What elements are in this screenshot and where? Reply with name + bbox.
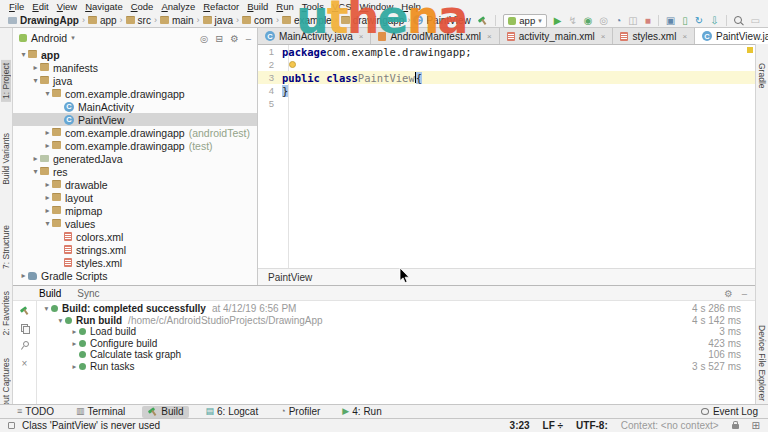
inspection-status-icon[interactable]: [8, 422, 15, 429]
tree-open-arrow-icon[interactable]: ▾: [31, 76, 40, 85]
tree-item-com-example-drawingapp-test[interactable]: ▸com.example.drawingapp(test): [13, 139, 257, 152]
tree-closed-arrow-icon[interactable]: ▸: [31, 63, 40, 72]
tree-item-values[interactable]: ▾values: [13, 217, 257, 230]
build-hide-icon[interactable]: –: [742, 288, 747, 299]
tool-stripe-gradle[interactable]: Gradle: [757, 60, 767, 92]
code-line-3[interactable]: 3public class PaintView {: [258, 71, 755, 84]
gradle-sync-icon[interactable]: ↻: [695, 16, 703, 26]
tab-activity-main-xml[interactable]: activity_main.xml×: [500, 28, 614, 44]
pin-icon[interactable]: [20, 341, 29, 350]
tool-stripe-device-file-explorer[interactable]: Device File Explorer: [757, 322, 767, 404]
menu-refactor[interactable]: Refactor: [199, 1, 243, 12]
close-icon[interactable]: ×: [359, 32, 364, 41]
breadcrumb-item-paintview[interactable]: PaintView: [413, 15, 470, 26]
lock-icon[interactable]: [732, 424, 739, 429]
menu-build[interactable]: Build: [243, 1, 272, 12]
tree-open-arrow-icon[interactable]: ▾: [42, 304, 51, 313]
tab-androidmanifest-xml[interactable]: AndroidManifest.xml×: [371, 28, 499, 44]
tree-item-manifests[interactable]: ▸manifests: [13, 61, 257, 74]
tool-button-6-logcat[interactable]: ▤6: Logcat: [201, 406, 264, 418]
line-separator-widget[interactable]: LF ÷: [543, 420, 563, 431]
tree-closed-arrow-icon[interactable]: ▸: [19, 271, 28, 280]
tree-open-arrow-icon[interactable]: ▾: [31, 167, 40, 176]
close-icon[interactable]: ×: [682, 32, 687, 41]
build-restart-icon[interactable]: [19, 306, 30, 316]
tree-item-mipmap[interactable]: ▸mipmap: [13, 204, 257, 217]
build-tab-sync[interactable]: Sync: [77, 288, 99, 299]
menu-tools[interactable]: Tools: [298, 1, 328, 12]
menu-view[interactable]: View: [53, 1, 81, 12]
sdk-manager-icon[interactable]: ⇩: [710, 16, 718, 26]
tree-closed-arrow-icon[interactable]: ▸: [43, 206, 52, 215]
tool-stripe-2-favorites[interactable]: 2: Favorites: [1, 288, 11, 338]
close-icon[interactable]: ×: [22, 358, 28, 369]
event-log-button[interactable]: Event Log: [701, 406, 758, 417]
menu-code[interactable]: Code: [127, 1, 158, 12]
breadcrumb-item-src[interactable]: src: [126, 15, 151, 26]
build-row-build-completed-successfully[interactable]: ▾Build: completed successfullyat 4/12/19…: [38, 303, 755, 315]
code-line-5[interactable]: 5: [258, 97, 755, 110]
code-line-1[interactable]: 1package com.example.drawingapp;: [258, 45, 755, 58]
settings-gear-icon[interactable]: ⚙: [230, 33, 239, 44]
search-everywhere-icon[interactable]: [734, 16, 744, 26]
tree-item-styles-xml[interactable]: styles.xml: [13, 256, 257, 269]
tool-button-todo[interactable]: ≡TODO: [12, 406, 59, 418]
attach-android-debugger-icon[interactable]: ▣: [666, 16, 675, 26]
toolbar-extra-icon[interactable]: ▭: [751, 16, 760, 26]
tree-open-arrow-icon[interactable]: ▾: [43, 219, 52, 228]
build-row-configure-build[interactable]: ▸Configure build423 ms: [38, 338, 755, 350]
stop-icon[interactable]: ■: [645, 16, 651, 26]
locate-icon[interactable]: ◎: [200, 33, 208, 44]
context-widget[interactable]: Context: <no context>: [621, 420, 719, 431]
menu-edit[interactable]: Edit: [28, 1, 52, 12]
project-view-title[interactable]: Android: [31, 32, 67, 44]
avd-manager-icon[interactable]: ▯: [682, 16, 688, 26]
menu-vcs[interactable]: VCS: [328, 1, 356, 12]
tab-mainactivity-java[interactable]: MainActivity.java×: [258, 28, 371, 44]
coverage-icon[interactable]: ◎: [600, 16, 609, 26]
tree-item-gradle-scripts[interactable]: ▸Gradle Scripts: [13, 269, 257, 282]
run-icon[interactable]: ▶: [554, 16, 562, 26]
tree-open-arrow-icon[interactable]: ▾: [56, 316, 65, 325]
tree-item-com-example-drawingapp[interactable]: ▾com.example.drawingapp: [13, 87, 257, 100]
indent-widget-icon[interactable]: ⊞: [752, 420, 760, 431]
tree-item-colors-xml[interactable]: colors.xml: [13, 230, 257, 243]
close-icon[interactable]: ×: [601, 32, 606, 41]
tree-item-res[interactable]: ▾res: [13, 165, 257, 178]
build-row-load-build[interactable]: ▸Load build3 ms: [38, 326, 755, 338]
tree-item-app[interactable]: ▾app: [13, 48, 257, 61]
tree-closed-arrow-icon[interactable]: ▸: [43, 193, 52, 202]
tool-button-terminal[interactable]: ▥Terminal: [71, 406, 130, 418]
menu-window[interactable]: Window: [355, 1, 397, 12]
profiler-icon[interactable]: ◔: [615, 16, 621, 26]
tree-item-paintview[interactable]: PaintView: [13, 113, 257, 126]
tool-button-build[interactable]: Build: [142, 406, 188, 418]
tree-item-drawable[interactable]: ▸drawable: [13, 178, 257, 191]
encoding-widget[interactable]: UTF-8:: [576, 420, 608, 431]
code-line-4[interactable]: 4}: [258, 84, 755, 97]
attach-debugger-icon[interactable]: ◫: [628, 16, 637, 26]
tree-open-arrow-icon[interactable]: ▾: [43, 89, 52, 98]
debug-icon[interactable]: ◉: [584, 16, 593, 26]
tool-button-4-run[interactable]: ▶4: Run: [337, 406, 386, 418]
breadcrumb-item-com[interactable]: com: [242, 15, 273, 26]
build-row-run-tasks[interactable]: ▸Run tasks3 s 527 ms: [38, 361, 755, 373]
tree-closed-arrow-icon[interactable]: ▸: [70, 339, 79, 348]
build-settings-gear-icon[interactable]: ⚙: [724, 288, 733, 299]
tree-item-com-example-drawingapp-androidtest[interactable]: ▸com.example.drawingapp(androidTest): [13, 126, 257, 139]
hide-panel-icon[interactable]: –: [246, 33, 251, 44]
tree-open-arrow-icon[interactable]: ▾: [19, 50, 28, 59]
tree-closed-arrow-icon[interactable]: ▸: [31, 154, 40, 163]
close-icon[interactable]: ×: [487, 32, 492, 41]
tree-item-java[interactable]: ▾java: [13, 74, 257, 87]
caret-position-widget[interactable]: 3:23: [510, 420, 530, 431]
menu-analyze[interactable]: Analyze: [157, 1, 199, 12]
menu-navigate[interactable]: Navigate: [81, 1, 127, 12]
tree-closed-arrow-icon[interactable]: ▸: [70, 362, 79, 371]
build-tab-build[interactable]: Build: [39, 288, 61, 299]
editor-breadcrumb-item[interactable]: PaintView: [268, 272, 312, 283]
tool-stripe-7-structure[interactable]: 7: Structure: [1, 222, 11, 272]
tree-item-layout[interactable]: ▸layout: [13, 191, 257, 204]
intention-bulb-icon[interactable]: [289, 61, 296, 68]
tool-stripe-build-variants[interactable]: Build Variants: [1, 130, 11, 188]
